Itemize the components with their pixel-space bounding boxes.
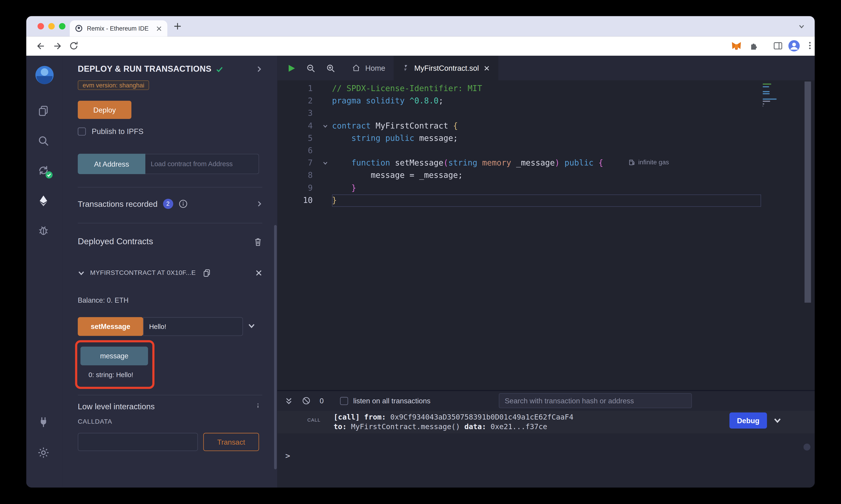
terminal-prompt[interactable]: > <box>286 451 290 461</box>
from-address[interactable]: 0x9Cf934043aD350758391b0D01c49a1cE62fCaa… <box>390 412 573 421</box>
line-number: 2 <box>277 95 318 107</box>
transact-button[interactable]: Transact <box>203 433 259 451</box>
line-number: 8 <box>277 169 318 182</box>
code-line-7[interactable]: 7 function setMessage(string memory _mes… <box>277 157 815 169</box>
window-minimize-button[interactable] <box>48 23 55 30</box>
deploy-button[interactable]: Deploy <box>78 101 132 119</box>
debug-button[interactable]: Debug <box>730 412 767 429</box>
code-line-10[interactable]: 10} <box>277 194 815 206</box>
zoom-out-icon[interactable] <box>306 63 316 73</box>
trash-icon[interactable] <box>254 237 262 246</box>
set-message-button[interactable]: setMessage <box>78 317 143 336</box>
solidity-file-icon <box>402 65 410 72</box>
profile-avatar[interactable] <box>788 40 800 52</box>
solidity-compiler-icon[interactable] <box>37 164 52 179</box>
new-tab-button[interactable] <box>173 22 182 31</box>
settings-gear-icon[interactable] <box>37 446 52 461</box>
panel-title: DEPLOY & RUN TRANSACTIONS <box>78 65 211 74</box>
code-line-4[interactable]: 4contract MyFirstContract { <box>277 120 815 132</box>
line-number: 3 <box>277 107 318 120</box>
code-line-6[interactable]: 6 <box>277 145 815 157</box>
code-line-5[interactable]: 5 string public message; <box>277 132 815 144</box>
divider <box>78 187 262 187</box>
terminal: 0 listen on all transactions CALL [call]… <box>277 390 815 488</box>
window-zoom-button[interactable] <box>59 23 65 30</box>
at-address-button[interactable]: At Address <box>78 154 145 174</box>
fold-chevron-icon[interactable] <box>318 157 332 169</box>
fold-chevron-icon <box>318 145 332 157</box>
transactions-info-icon[interactable] <box>178 199 188 208</box>
code-line-1[interactable]: 1// SPDX-License-Identifier: MIT <box>277 83 815 95</box>
terminal-log-entry[interactable]: CALL [call] from: 0x9Cf934043aD350758391… <box>277 411 815 433</box>
remix-favicon <box>75 25 83 32</box>
code-text: string public message; <box>332 132 458 144</box>
low-level-info-icon[interactable] <box>254 402 262 410</box>
metamask-extension-icon[interactable] <box>731 41 742 51</box>
side-panel-icon[interactable] <box>773 41 783 51</box>
code-text: message = _message; <box>332 169 463 182</box>
publish-ipfs-checkbox[interactable] <box>78 127 86 135</box>
tab-home[interactable]: Home <box>343 56 394 80</box>
line-number: 7 <box>277 157 318 169</box>
tab-close-icon[interactable] <box>156 25 162 31</box>
code-line-3[interactable]: 3 <box>277 107 815 120</box>
remix-logo[interactable] <box>33 64 56 86</box>
line-number: 1 <box>277 83 318 95</box>
editor-minimap[interactable] <box>762 84 778 108</box>
code-line-9[interactable]: 9 } <box>277 182 815 194</box>
back-button[interactable] <box>35 41 46 51</box>
search-icon[interactable] <box>37 134 52 149</box>
code-line-8[interactable]: 8 message = _message; <box>277 169 815 182</box>
listen-transactions-checkbox[interactable] <box>340 397 348 405</box>
browser-tab[interactable]: Remix - Ethereum IDE <box>70 20 167 36</box>
tab-myfirstcontract[interactable]: MyFirstContract.sol <box>394 56 498 80</box>
file-explorer-icon[interactable] <box>37 105 52 120</box>
run-script-play-icon[interactable] <box>287 64 296 73</box>
code-text: } <box>332 182 356 194</box>
deploy-run-icon[interactable] <box>37 195 52 210</box>
remove-contract-icon[interactable] <box>255 269 262 276</box>
collapse-terminal-icon[interactable] <box>285 397 293 405</box>
deployed-contract-title[interactable]: MYFIRSTCONTRACT AT 0X10F...E <box>90 269 195 276</box>
reload-button[interactable] <box>69 41 79 51</box>
line-number: 5 <box>277 132 318 144</box>
copy-address-icon[interactable] <box>202 268 211 277</box>
forward-button[interactable] <box>52 41 63 51</box>
set-message-input[interactable] <box>143 317 243 336</box>
code-text: pragma solidity ^0.8.0; <box>332 95 443 107</box>
code-editor[interactable]: 1// SPDX-License-Identifier: MIT2pragma … <box>277 80 815 390</box>
close-tab-icon[interactable] <box>484 65 490 71</box>
window-close-button[interactable] <box>37 23 44 30</box>
clear-console-icon[interactable] <box>302 396 311 405</box>
terminal-search-input[interactable] <box>499 393 692 408</box>
browser-menu-icon[interactable] <box>805 41 815 50</box>
editor-scrollbar[interactable] <box>804 82 811 303</box>
at-address-input[interactable] <box>145 154 259 174</box>
plugin-manager-icon[interactable] <box>37 416 52 431</box>
code-text: // SPDX-License-Identifier: MIT <box>332 83 482 95</box>
fold-chevron-icon <box>318 169 332 182</box>
contract-collapse-chevron-icon[interactable] <box>78 269 85 276</box>
tab-overview-chevron-icon[interactable] <box>798 23 805 30</box>
extensions-puzzle-icon[interactable] <box>748 41 758 51</box>
log-expand-chevron-icon[interactable] <box>773 416 782 424</box>
debugger-icon[interactable] <box>37 224 52 239</box>
to-value[interactable]: MyFirstContract.message() <box>351 422 460 431</box>
calldata-input[interactable] <box>78 433 198 451</box>
listen-transactions-label: listen on all transactions <box>353 397 430 405</box>
panel-scrollbar[interactable] <box>274 225 277 469</box>
code-line-2[interactable]: 2pragma solidity ^0.8.0; <box>277 95 815 107</box>
message-getter-button[interactable]: message <box>81 346 148 365</box>
data-value[interactable]: 0xe21...f37ce <box>491 422 547 431</box>
terminal-scroll-dot[interactable] <box>804 444 811 451</box>
divider <box>78 223 262 223</box>
browser-window: Remix - Ethereum IDE remix.ethereum.org/… <box>26 16 815 487</box>
evm-version-badge: evm version: shanghai <box>78 80 149 90</box>
zoom-in-icon[interactable] <box>326 63 336 73</box>
expand-params-chevron-icon[interactable] <box>248 322 255 329</box>
transactions-expand-chevron-icon[interactable] <box>256 200 262 207</box>
fold-chevron-icon[interactable] <box>318 120 332 132</box>
browser-tab-strip: Remix - Ethereum IDE <box>26 16 815 36</box>
panel-expand-chevron-icon[interactable] <box>256 65 262 73</box>
code-text: } <box>332 194 337 206</box>
